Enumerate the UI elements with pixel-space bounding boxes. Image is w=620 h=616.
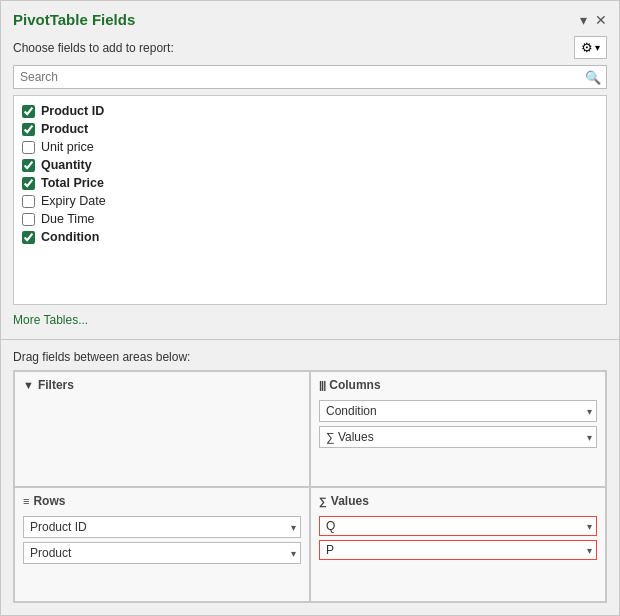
filters-area: ▼ Filters	[14, 371, 310, 487]
subheader-row: Choose fields to add to report: ⚙ ▾	[1, 34, 619, 65]
more-tables-link[interactable]: More Tables...	[1, 305, 619, 331]
filter-icon: ▼	[23, 379, 34, 391]
search-area: 🔍	[1, 65, 619, 95]
field-item-condition[interactable]: Condition	[22, 228, 598, 246]
rows-dropdown-product-id[interactable]: Product ID	[23, 516, 301, 538]
pivot-table-fields-panel: PivotTable Fields ▾ ✕ Choose fields to a…	[0, 0, 620, 616]
checkbox-expiry-date[interactable]	[22, 195, 35, 208]
values-item-q[interactable]: Q	[319, 516, 597, 536]
field-item-product-id[interactable]: Product ID	[22, 102, 598, 120]
minimize-icon[interactable]: ▾	[580, 12, 587, 28]
columns-dropdown-values[interactable]: ∑ Values	[319, 426, 597, 448]
checkbox-quantity[interactable]	[22, 159, 35, 172]
rows-icon: ≡	[23, 495, 29, 507]
field-label-total-price: Total Price	[41, 176, 104, 190]
columns-label: Columns	[329, 378, 380, 392]
field-label-product: Product	[41, 122, 88, 136]
rows-label: Rows	[33, 494, 65, 508]
field-label-quantity: Quantity	[41, 158, 92, 172]
values-label: Values	[331, 494, 369, 508]
search-input[interactable]	[13, 65, 607, 89]
sigma-icon: ∑	[319, 495, 327, 507]
filters-title: ▼ Filters	[23, 378, 301, 396]
rows-area: ≡ Rows Product ID ▾ Product ▾	[14, 487, 310, 603]
field-label-unit-price: Unit price	[41, 140, 94, 154]
search-icon: 🔍	[585, 70, 601, 85]
checkbox-total-price[interactable]	[22, 177, 35, 190]
columns-title: ||| Columns	[319, 378, 597, 396]
field-label-expiry-date: Expiry Date	[41, 194, 106, 208]
field-item-unit-price[interactable]: Unit price	[22, 138, 598, 156]
values-area: ∑ Values Q ▾ P ▾	[310, 487, 606, 603]
values-item-q-wrapper: Q ▾	[319, 516, 597, 536]
fields-list: Product IDProductUnit priceQuantityTotal…	[13, 95, 607, 305]
gear-dropdown-arrow: ▾	[595, 42, 600, 53]
panel-title: PivotTable Fields	[13, 11, 135, 28]
columns-dropdown1-wrapper: Condition ▾	[319, 400, 597, 422]
drag-label: Drag fields between areas below:	[1, 346, 619, 370]
values-item-p-wrapper: P ▾	[319, 540, 597, 560]
filters-label: Filters	[38, 378, 74, 392]
checkbox-product-id[interactable]	[22, 105, 35, 118]
field-label-due-time: Due Time	[41, 212, 95, 226]
field-item-expiry-date[interactable]: Expiry Date	[22, 192, 598, 210]
checkbox-condition[interactable]	[22, 231, 35, 244]
columns-dropdown-condition[interactable]: Condition	[319, 400, 597, 422]
checkbox-product[interactable]	[22, 123, 35, 136]
values-title: ∑ Values	[319, 494, 597, 512]
field-item-due-time[interactable]: Due Time	[22, 210, 598, 228]
columns-dropdown2-wrapper: ∑ Values ▾	[319, 426, 597, 448]
divider	[1, 339, 619, 340]
columns-icon: |||	[319, 379, 325, 391]
close-icon[interactable]: ✕	[595, 12, 607, 28]
field-item-quantity[interactable]: Quantity	[22, 156, 598, 174]
values-item-p[interactable]: P	[319, 540, 597, 560]
field-item-total-price[interactable]: Total Price	[22, 174, 598, 192]
rows-dropdown1-wrapper: Product ID ▾	[23, 516, 301, 538]
field-label-product-id: Product ID	[41, 104, 104, 118]
subheader-label: Choose fields to add to report:	[13, 41, 174, 55]
checkbox-due-time[interactable]	[22, 213, 35, 226]
gear-button[interactable]: ⚙ ▾	[574, 36, 607, 59]
header-controls: ▾ ✕	[580, 12, 607, 28]
field-label-condition: Condition	[41, 230, 99, 244]
columns-area: ||| Columns Condition ▾ ∑ Values ▾	[310, 371, 606, 487]
rows-dropdown-product[interactable]: Product	[23, 542, 301, 564]
checkbox-unit-price[interactable]	[22, 141, 35, 154]
gear-icon: ⚙	[581, 40, 593, 55]
rows-title: ≡ Rows	[23, 494, 301, 512]
search-wrapper: 🔍	[13, 65, 607, 89]
rows-dropdown2-wrapper: Product ▾	[23, 542, 301, 564]
areas-grid: ▼ Filters ||| Columns Condition ▾ ∑ Valu…	[13, 370, 607, 603]
field-item-product[interactable]: Product	[22, 120, 598, 138]
panel-header: PivotTable Fields ▾ ✕	[1, 1, 619, 34]
